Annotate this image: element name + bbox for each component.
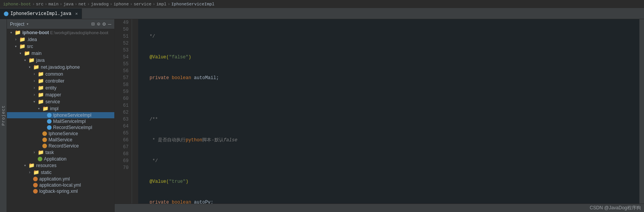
breadcrumb-item[interactable]: src bbox=[36, 2, 43, 7]
tree-item-service[interactable]: ▾ 📁 service bbox=[7, 98, 114, 105]
tree-root[interactable]: ▾ 📁 iphone-boot E:\workgit\javadog\iphon… bbox=[7, 29, 114, 36]
side-label-text: Project bbox=[1, 105, 6, 126]
tree-item-static[interactable]: › 📁 static bbox=[7, 169, 114, 176]
tree-item-controller[interactable]: › 📁 controller bbox=[7, 78, 114, 84]
code-editor: 49 50 51 52 53 54 55 56 57 58 59 60 61 6… bbox=[115, 19, 644, 212]
expand-arrow: ▾ bbox=[19, 51, 24, 56]
breadcrumb-item[interactable]: impl bbox=[156, 2, 166, 7]
code-area: 49 50 51 52 53 54 55 56 57 58 59 60 61 6… bbox=[115, 19, 644, 204]
item-label: task bbox=[45, 150, 54, 155]
tree-item-record-service-impl[interactable]: RecordServiceImpl bbox=[7, 124, 114, 131]
expand-arrow: › bbox=[33, 93, 38, 97]
tree-item-application-local-yml[interactable]: application-local.yml bbox=[7, 182, 114, 188]
item-label: entity bbox=[45, 85, 57, 91]
tree-item-mail-service[interactable]: MailService bbox=[7, 137, 114, 143]
expand-arrow: ▾ bbox=[10, 30, 15, 35]
folder-icon: 📁 bbox=[38, 99, 44, 105]
tab-iphone-service-impl[interactable]: IphoneServiceImpl.java ✕ bbox=[0, 8, 82, 19]
folder-icon: 📁 bbox=[24, 50, 30, 56]
java-file-icon bbox=[47, 125, 52, 130]
item-label: IphoneService bbox=[49, 131, 78, 136]
item-label: RecordServiceImpl bbox=[53, 125, 92, 130]
folder-icon: 📁 bbox=[38, 92, 44, 98]
spring-file-icon bbox=[38, 157, 42, 161]
item-label: logback-spring.xml bbox=[39, 189, 78, 194]
tree-item-task[interactable]: › 📁 task bbox=[7, 149, 114, 156]
breadcrumb-item[interactable]: net bbox=[79, 2, 86, 7]
breadcrumb-item[interactable]: iphone-boot bbox=[3, 2, 31, 7]
tree-item-common[interactable]: › 📁 common bbox=[7, 71, 114, 78]
folder-icon: 📁 bbox=[28, 57, 35, 63]
code-line-52 bbox=[141, 95, 636, 102]
tree-dropdown-arrow[interactable]: ▾ bbox=[26, 22, 29, 26]
interface-file-icon bbox=[42, 131, 47, 136]
tab-close-button[interactable]: ✕ bbox=[75, 11, 78, 16]
folder-icon: 📁 bbox=[38, 71, 44, 77]
tree-item-entity[interactable]: › 📁 entity bbox=[7, 84, 114, 91]
tree-item-record-service[interactable]: RecordService bbox=[7, 143, 114, 149]
xml-file-icon bbox=[33, 189, 38, 194]
code-line-53: /** bbox=[141, 116, 636, 123]
breadcrumb-item[interactable]: service bbox=[134, 2, 151, 7]
tree-item-resources[interactable]: ▾ 📁 resources bbox=[7, 162, 114, 169]
code-content[interactable]: */ @Value("false") private boolean autoM… bbox=[138, 19, 639, 204]
tree-item-java[interactable]: ▾ 📁 java bbox=[7, 57, 114, 64]
file-tree-panel: Project ▾ ⊟ ⊙ ⚙ — ▾ 📁 iphone-boot E:\wor… bbox=[7, 19, 115, 212]
item-label: application.yml bbox=[39, 176, 70, 182]
expand-arrow bbox=[42, 119, 47, 124]
item-label: MailService bbox=[49, 137, 72, 142]
item-label: resources bbox=[36, 163, 57, 168]
breadcrumb-item[interactable]: main bbox=[49, 2, 59, 7]
expand-arrow bbox=[38, 144, 42, 148]
folder-icon: 📁 bbox=[33, 169, 39, 176]
breadcrumb-item[interactable]: javadog bbox=[91, 2, 109, 7]
interface-file-icon bbox=[42, 144, 47, 148]
tree-item-logback-spring-xml[interactable]: logback-spring.xml bbox=[7, 188, 114, 194]
item-label: RecordService bbox=[49, 143, 79, 149]
expand-arrow: › bbox=[33, 79, 38, 83]
tree-item-mapper[interactable]: › 📁 mapper bbox=[7, 91, 114, 98]
code-line-49: */ bbox=[141, 33, 636, 40]
code-line-50: @Value("false") bbox=[141, 54, 636, 61]
tree-item-impl[interactable]: ▾ 📁 impl bbox=[7, 105, 114, 112]
tree-item-iphone-service-impl[interactable]: IphoneServiceImpl bbox=[7, 112, 114, 118]
tree-item-net-javadog[interactable]: ▾ 📁 net.javadog.iphone bbox=[7, 64, 114, 71]
folder-icon: 📁 bbox=[38, 85, 44, 91]
locate-file-icon[interactable]: ⊙ bbox=[97, 21, 100, 27]
breadcrumb: iphone-boot › src › main › java › net › … bbox=[0, 0, 644, 8]
folder-icon: 📁 bbox=[42, 106, 49, 112]
project-panel-toggle[interactable]: Project bbox=[0, 19, 7, 212]
collapse-all-icon[interactable]: ⊟ bbox=[91, 21, 94, 27]
expand-arrow bbox=[38, 132, 42, 136]
watermark: CSDN @JavaDog程序狗 bbox=[590, 205, 641, 211]
folder-icon: 📁 bbox=[33, 64, 39, 70]
tree-item-idea[interactable]: › 📁 .idea bbox=[7, 36, 114, 43]
close-panel-icon[interactable]: — bbox=[108, 21, 111, 27]
item-label: IphoneServiceImpl bbox=[53, 113, 91, 118]
gutter bbox=[132, 19, 138, 204]
expand-arrow: › bbox=[33, 151, 38, 155]
tree-item-iphone-service[interactable]: IphoneService bbox=[7, 131, 114, 137]
breadcrumb-item[interactable]: iphone bbox=[114, 2, 129, 7]
breadcrumb-item[interactable]: java bbox=[64, 2, 74, 7]
java-file-icon bbox=[47, 113, 52, 118]
item-label: impl bbox=[50, 106, 59, 111]
expand-arrow bbox=[38, 138, 42, 142]
folder-icon: 📁 bbox=[38, 78, 44, 84]
scrollbar[interactable] bbox=[639, 19, 644, 204]
tree-item-application-yml[interactable]: application.yml bbox=[7, 176, 114, 182]
tree-item-application[interactable]: Application bbox=[7, 156, 114, 162]
tree-item-src[interactable]: ▾ 📁 src bbox=[7, 43, 114, 50]
expand-arrow bbox=[28, 183, 33, 187]
tree-item-main[interactable]: ▾ 📁 main bbox=[7, 50, 114, 57]
item-label: main bbox=[32, 51, 42, 56]
code-line-56: @Value("true") bbox=[141, 178, 636, 185]
expand-arrow bbox=[33, 157, 38, 161]
settings-icon[interactable]: ⚙ bbox=[102, 21, 105, 27]
code-line-55: */ bbox=[141, 157, 636, 164]
status-bar: CSDN @JavaDog程序狗 bbox=[115, 204, 644, 212]
java-file-icon bbox=[4, 12, 8, 16]
tree-item-mail-service-impl[interactable]: MailServiceImpl bbox=[7, 118, 114, 124]
expand-arrow: ▾ bbox=[33, 99, 38, 104]
item-label: java bbox=[36, 58, 45, 63]
